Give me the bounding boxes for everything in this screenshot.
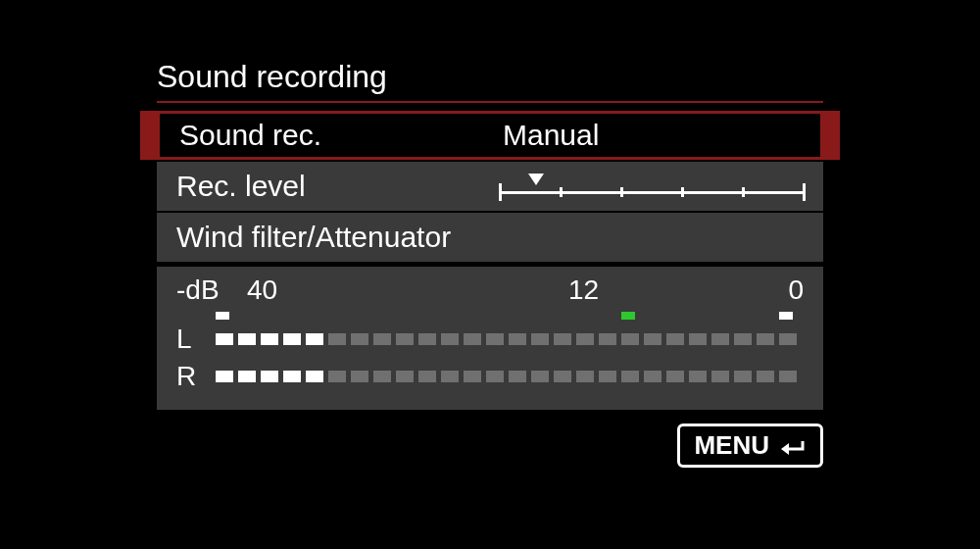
meter-segment: [689, 333, 707, 345]
meter-segment: [666, 333, 684, 345]
meter-segment: [554, 333, 571, 345]
meter-segment: [238, 333, 256, 345]
meter-segment: [441, 371, 459, 382]
meter-segment: [576, 333, 594, 345]
meter-segment: [306, 371, 323, 382]
meter-segment: [328, 333, 346, 345]
meter-segment: [418, 333, 436, 345]
meter-segment: [328, 371, 346, 382]
meter-segment: [644, 371, 662, 382]
menu-button-label: MENU: [694, 430, 769, 461]
peak-mark: [621, 312, 635, 320]
meter-segment: [396, 333, 414, 345]
meter-segment: [554, 371, 571, 382]
meter-segment: [621, 333, 639, 345]
meter-segment: [531, 371, 549, 382]
meter-segment: [711, 333, 729, 345]
meter-segment: [216, 333, 233, 345]
meter-segment: [779, 371, 797, 382]
meter-segment: [779, 333, 797, 345]
meter-segment: [734, 333, 752, 345]
meter-segment: [396, 371, 414, 382]
level-meter-panel: -dB 40 12 0 L R: [157, 267, 823, 410]
segments-left: [216, 333, 804, 345]
channel-label-right: R: [176, 361, 216, 392]
meter-segment: [509, 371, 526, 382]
meter-segment: [351, 333, 368, 345]
meter-segment: [644, 333, 662, 345]
rec-level-slider[interactable]: [500, 174, 804, 199]
menu-label-sound-rec: Sound rec.: [179, 119, 503, 152]
channel-label-left: L: [176, 324, 216, 355]
meter-segment: [261, 371, 278, 382]
peak-indicators: [216, 310, 804, 322]
meter-segment: [599, 333, 616, 345]
meter-row-left: L: [176, 324, 804, 355]
meter-segment: [306, 333, 323, 345]
menu-item-sound-rec[interactable]: Sound rec. Manual: [157, 111, 823, 160]
meter-row-right: R: [176, 361, 804, 392]
menu-item-rec-level[interactable]: Rec. level: [157, 162, 823, 211]
peak-mark: [216, 312, 229, 320]
meter-segment: [441, 333, 459, 345]
meter-segment: [666, 371, 684, 382]
meter-segment: [418, 371, 436, 382]
segments-right: [216, 371, 804, 382]
return-icon: [779, 435, 807, 457]
scale-0-label: 0: [788, 274, 804, 306]
meter-segment: [621, 371, 639, 382]
scale-12-label: 12: [568, 274, 599, 306]
menu-button[interactable]: MENU: [677, 424, 823, 468]
meter-segment: [531, 333, 549, 345]
meter-segment: [373, 371, 391, 382]
menu-value-sound-rec: Manual: [503, 119, 801, 152]
meter-segment: [576, 371, 594, 382]
meter-segment: [464, 371, 481, 382]
meter-segment: [464, 333, 481, 345]
menu-label-wind-filter: Wind filter/Attenuator: [176, 221, 451, 254]
meter-segment: [486, 333, 504, 345]
page-title: Sound recording: [157, 59, 823, 103]
menu-item-wind-filter[interactable]: Wind filter/Attenuator: [157, 213, 823, 262]
meter-segment: [711, 371, 729, 382]
meter-segment: [486, 371, 504, 382]
meter-segment: [599, 371, 616, 382]
menu-label-rec-level: Rec. level: [176, 170, 500, 203]
meter-segment: [261, 333, 278, 345]
meter-segment: [351, 371, 368, 382]
meter-segment: [734, 371, 752, 382]
scale-40-label: 40: [247, 274, 277, 306]
meter-segment: [283, 371, 301, 382]
meter-segment: [509, 333, 526, 345]
peak-mark: [779, 312, 793, 320]
meter-segment: [216, 371, 233, 382]
meter-segment: [757, 333, 774, 345]
meter-scale: -dB 40 12 0: [176, 274, 804, 308]
scale-db-label: -dB: [176, 274, 220, 306]
meter-segment: [689, 371, 707, 382]
meter-segment: [757, 371, 774, 382]
meter-segment: [373, 333, 391, 345]
meter-segment: [283, 333, 301, 345]
meter-segment: [238, 371, 256, 382]
